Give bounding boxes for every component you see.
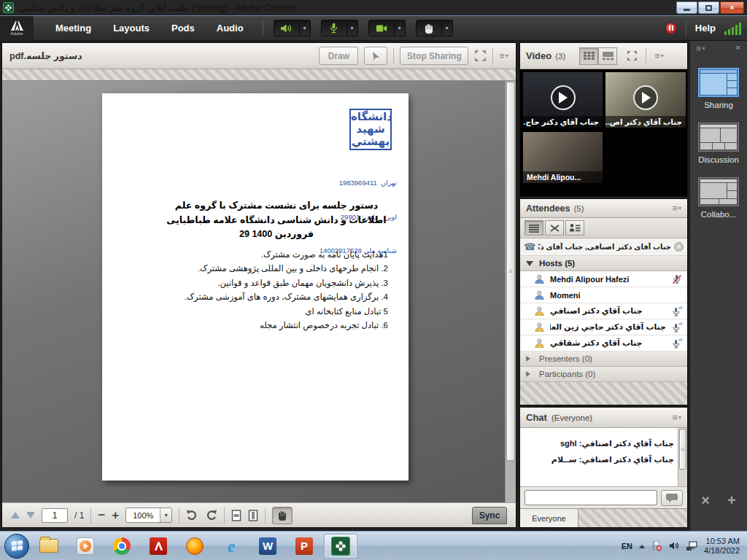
page-number-input[interactable] [42,508,68,523]
pointer-tool-button[interactable] [364,47,387,65]
menu-layouts[interactable]: Layouts [113,23,150,34]
pan-tool-button[interactable] [272,507,293,524]
layout-bar-close-icon[interactable]: ✕ [735,44,741,53]
fit-page-icon[interactable] [248,510,258,521]
sync-button[interactable]: Sync [472,507,507,524]
zoom-out-icon[interactable]: − [98,509,105,521]
video-thumbnail[interactable]: Mehdi Alipou... [522,131,603,184]
menu-audio[interactable]: Audio [217,23,244,34]
attendees-pod-menu-icon[interactable]: ≡▾ [672,203,681,213]
taskbar-clock[interactable]: 10:53 AM 4/18/2022 [704,537,740,556]
document-scrollbar[interactable]: ≡ [505,81,516,502]
attendee-row[interactable]: جناب آقاي دكتر حاجي زين العابديني [520,319,687,335]
zoom-in-icon[interactable]: + [112,509,119,521]
attendee-status-view-button[interactable] [565,220,584,236]
hosts-group-row[interactable]: Hosts (5) [520,256,687,271]
maximize-button[interactable] [698,1,719,14]
taskbar-acrobat-button[interactable] [142,534,175,559]
taskbar-powerpoint-button[interactable]: P [287,534,321,559]
volume-icon[interactable] [669,541,679,551]
video-pod-menu-icon[interactable]: ≡▾ [654,51,664,61]
fullscreen-icon[interactable] [474,50,487,62]
chat-pod-menu-icon[interactable]: ≡▾ [672,413,681,422]
menu-pods[interactable]: Pods [171,23,195,34]
webcam-dropdown[interactable]: ▾ [395,20,406,36]
page-down-icon[interactable] [26,512,35,523]
phone-attendee-row[interactable]: ☎ جناب آقاي دكتر اصنافي, جناب آقاي دكتر … [520,238,687,256]
attendee-row[interactable]: جناب آقاي دكتر شقاقي [520,335,687,351]
pdf-toolbar: / 1 − + 100% ▼ Sync [2,502,516,527]
chat-input[interactable] [525,490,657,505]
attendee-row[interactable]: جناب آقاي دكتر اصنافي [520,303,687,319]
taskbar-ie-button[interactable]: e [214,534,248,559]
taskbar-word-button[interactable]: W [251,534,285,559]
play-button-icon[interactable] [633,85,658,110]
draw-button[interactable]: Draw [319,47,358,65]
presenters-group-row[interactable]: Presenters (0) [520,351,687,367]
fit-width-icon[interactable] [231,510,241,521]
rotate-left-icon[interactable] [186,510,198,521]
taskbar-media-player-button[interactable] [69,534,102,559]
taskbar-explorer-button[interactable] [32,534,66,559]
microphone-icon[interactable] [321,20,347,36]
language-indicator[interactable]: EN [622,542,632,551]
participants-group-row[interactable]: Participants (0) [520,367,687,382]
video-fullscreen-icon[interactable] [627,50,638,61]
close-button[interactable]: × [720,1,744,14]
speaker-dropdown[interactable]: ▾ [300,20,311,36]
action-center-flag-icon[interactable] [651,540,662,551]
chat-scrollbar-thumb[interactable]: ≡ [679,429,686,470]
shared-filename: دستور جلسه.pdf [9,50,82,61]
hang-up-icon[interactable]: ✕ [674,242,684,252]
pods-close-icon[interactable]: × [701,492,710,509]
chat-scrollbar[interactable]: ≡ [678,428,687,486]
zoom-level-select[interactable]: 100% ▼ [125,508,172,523]
show-hidden-icons-icon[interactable] [639,542,645,548]
page-up-icon[interactable] [11,508,20,518]
attendee-row[interactable]: Momeni [520,287,687,303]
chat-message-area: جناب آقاي دكتر اصنافي: sghl جناب آقاي دك… [520,428,687,486]
taskbar-firefox-button[interactable] [178,534,212,559]
tab-everyone[interactable]: Everyone [520,509,578,527]
window-titlebar[interactable]: جلسه آنلاين گروه علم اطلاعات و دانش شناس… [0,0,747,16]
recording-indicator-icon[interactable] [665,23,677,34]
stop-sharing-button[interactable]: Stop Sharing [400,47,468,65]
attendees-resize-area[interactable] [520,382,687,405]
minimize-button[interactable] [676,1,697,14]
document-scrollbar-thumb[interactable]: ≡ [506,82,515,461]
breakout-view-button[interactable] [545,220,564,236]
start-button[interactable] [4,534,29,559]
rotate-right-icon[interactable] [205,510,217,521]
play-button-icon[interactable] [551,85,576,110]
webcam-icon[interactable] [368,20,395,36]
speaker-icon[interactable] [274,20,300,36]
menu-help[interactable]: Help [695,23,716,34]
layout-sharing-button[interactable] [698,68,739,97]
taskbar-chrome-button[interactable] [105,534,139,559]
window-title: جلسه آنلاين گروه علم اطلاعات و دانش شناس… [18,3,295,13]
share-pod-menu-icon[interactable]: ≡▾ [499,51,508,61]
microphone-dropdown[interactable]: ▾ [347,20,358,36]
layout-discussion-button[interactable] [698,122,739,152]
connection-signal-icon[interactable] [724,22,741,35]
layout-collaboration-button[interactable] [698,177,739,206]
video-participant-label: جناب آقاي دكتر اص... [605,116,686,128]
send-message-button[interactable] [661,490,683,506]
video-thumbnail[interactable]: جناب آقاي دكتر اص... [605,71,686,128]
pods-add-icon[interactable]: + [727,492,736,509]
grid-view-toggle[interactable] [579,47,598,65]
attendee-row[interactable]: Mehdi Alipour Hafezi [520,271,687,287]
attendee-list-view-button[interactable] [525,220,543,236]
network-icon[interactable] [686,541,697,551]
pointer-icon [371,51,381,61]
raise-hand-icon[interactable] [416,20,442,36]
filmstrip-view-toggle[interactable] [598,47,617,65]
header-divider [393,48,394,64]
zoom-dropdown-icon[interactable]: ▼ [160,508,171,522]
menu-meeting[interactable]: Meeting [55,23,91,34]
taskbar-adobe-connect-button[interactable] [324,534,357,559]
raise-hand-dropdown[interactable]: ▾ [442,20,453,36]
layout-bar-menu-icon[interactable]: ≡▾ [696,44,705,53]
video-thumbnail[interactable]: جناب آقاي دكتر حاج... [522,71,603,128]
page-total-label: / 1 [74,510,84,521]
